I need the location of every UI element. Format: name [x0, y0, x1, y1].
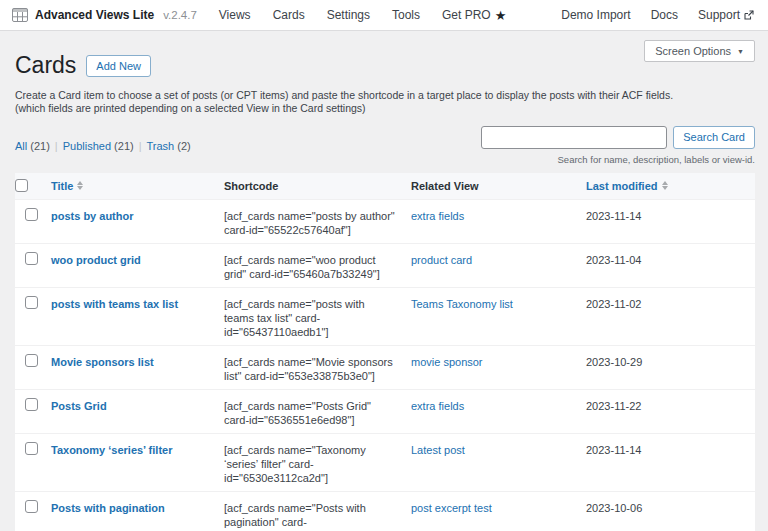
last-modified-date: 2023-10-06 — [586, 492, 755, 521]
search-help-text: Search for name, description, labels or … — [558, 154, 755, 165]
nav-docs[interactable]: Docs — [651, 8, 678, 22]
related-view-link[interactable]: extra fields — [411, 400, 464, 412]
row-checkbox[interactable] — [25, 208, 38, 221]
last-modified-date: 2023-11-02 — [586, 288, 755, 317]
card-title-link[interactable]: Taxonomy ‘series’ filter — [51, 444, 172, 456]
card-title-link[interactable]: woo product grid — [51, 254, 141, 266]
plugin-nav-right: Demo Import Docs Support — [561, 8, 754, 22]
description-line-1: Create a Card item to choose a set of po… — [15, 89, 755, 102]
search-input[interactable] — [481, 126, 667, 149]
status-filters: All (21)|Published (21)|Trash (2) — [15, 140, 191, 152]
filter-trash[interactable]: Trash (2) — [147, 140, 191, 152]
nav-cards[interactable]: Cards — [273, 8, 305, 22]
row-checkbox[interactable] — [25, 500, 38, 513]
card-title-link[interactable]: posts with teams tax list — [51, 298, 178, 310]
page-description: Create a Card item to choose a set of po… — [15, 89, 755, 115]
related-view-link[interactable]: extra fields — [411, 210, 464, 222]
plugin-version: v.2.4.7 — [163, 9, 197, 21]
last-modified-date: 2023-11-04 — [586, 244, 755, 273]
table-body: posts by author [acf_cards name="posts b… — [15, 199, 755, 531]
row-checkbox[interactable] — [25, 296, 38, 309]
shortcode-text: [acf_cards name="posts by author" card-i… — [224, 200, 411, 243]
nav-views[interactable]: Views — [219, 8, 251, 22]
table-row: posts with teams tax list [acf_cards nam… — [15, 287, 755, 345]
description-line-2: (which fields are printed depending on a… — [15, 102, 755, 115]
select-all-checkbox[interactable] — [15, 179, 28, 192]
column-header-related-view: Related View — [411, 179, 586, 193]
sort-icon — [77, 181, 83, 190]
card-title-link[interactable]: Movie sponsors list — [51, 356, 154, 368]
filter-all[interactable]: All (21) — [15, 140, 50, 152]
plugin-name: Advanced Views Lite — [35, 8, 154, 22]
table-row: Movie sponsors list [acf_cards name="Mov… — [15, 345, 755, 389]
plugin-nav: Views Cards Settings Tools Get PRO★ — [219, 8, 507, 22]
column-header-title[interactable]: Title — [51, 179, 83, 193]
related-view-link[interactable]: Latest post — [411, 444, 465, 456]
table-row: Posts Grid [acf_cards name="Posts Grid" … — [15, 389, 755, 433]
filter-published[interactable]: Published (21) — [63, 140, 134, 152]
last-modified-date: 2023-11-22 — [586, 390, 755, 419]
table-grid-icon — [12, 8, 28, 22]
card-title-link[interactable]: Posts with pagination — [51, 502, 165, 514]
card-title-link[interactable]: Posts Grid — [51, 400, 107, 412]
nav-tools[interactable]: Tools — [392, 8, 420, 22]
row-checkbox[interactable] — [25, 354, 38, 367]
shortcode-text: [acf_cards name="woo product grid" card-… — [224, 244, 411, 287]
plugin-brand: Advanced Views Lite v.2.4.7 — [12, 8, 197, 22]
add-new-button[interactable]: Add New — [86, 55, 151, 77]
table-row: woo product grid [acf_cards name="woo pr… — [15, 243, 755, 287]
shortcode-text: [acf_cards name="posts with teams tax li… — [224, 288, 411, 345]
row-checkbox[interactable] — [25, 398, 38, 411]
related-view-link[interactable]: Teams Taxonomy list — [411, 298, 513, 310]
nav-get-pro[interactable]: Get PRO★ — [442, 8, 506, 22]
shortcode-text: [acf_cards name="Posts Grid" card-id="65… — [224, 390, 411, 433]
table-header-row: Title Shortcode Related View Last modifi… — [15, 173, 755, 199]
related-view-link[interactable]: movie sponsor — [411, 356, 483, 368]
search-card-button[interactable]: Search Card — [673, 126, 755, 149]
star-icon: ★ — [495, 9, 507, 22]
related-view-link[interactable]: post excerpt test — [411, 502, 492, 514]
plugin-topbar: Advanced Views Lite v.2.4.7 Views Cards … — [0, 0, 768, 31]
card-title-link[interactable]: posts by author — [51, 210, 134, 222]
screen-options-button[interactable]: Screen Options ▼ — [644, 40, 755, 62]
nav-demo-import[interactable]: Demo Import — [561, 8, 630, 22]
related-view-link[interactable]: product card — [411, 254, 472, 266]
row-checkbox[interactable] — [25, 252, 38, 265]
row-checkbox[interactable] — [25, 442, 38, 455]
shortcode-text: [acf_cards name="Posts with pagination" … — [224, 492, 411, 531]
table-row: posts by author [acf_cards name="posts b… — [15, 199, 755, 243]
table-row: Taxonomy ‘series’ filter [acf_cards name… — [15, 433, 755, 491]
column-header-last-modified[interactable]: Last modified — [586, 179, 668, 193]
table-row: Posts with pagination [acf_cards name="P… — [15, 491, 755, 531]
last-modified-date: 2023-11-14 — [586, 200, 755, 229]
chevron-down-icon: ▼ — [737, 48, 744, 55]
last-modified-date: 2023-11-14 — [586, 434, 755, 463]
nav-support[interactable]: Support — [698, 8, 754, 22]
last-modified-date: 2023-10-29 — [586, 346, 755, 375]
column-header-shortcode: Shortcode — [224, 179, 411, 193]
nav-settings[interactable]: Settings — [327, 8, 370, 22]
cards-list-table: Title Shortcode Related View Last modifi… — [15, 173, 755, 531]
sort-icon — [662, 181, 668, 190]
external-link-icon — [744, 10, 754, 20]
page-title: Cards — [15, 52, 76, 80]
shortcode-text: [acf_cards name="Movie sponsors list" ca… — [224, 346, 411, 389]
shortcode-text: [acf_cards name="Taxonomy ‘series’ filte… — [224, 434, 411, 491]
